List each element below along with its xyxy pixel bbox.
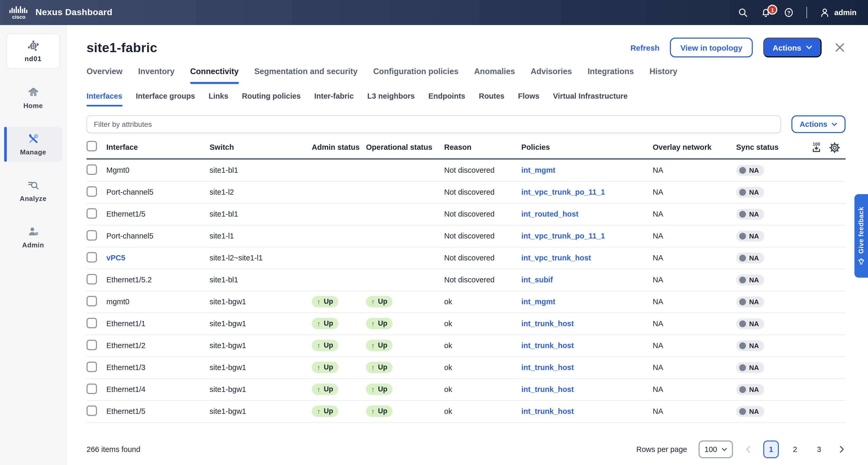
username: admin [834, 8, 857, 17]
tab-segmentation-and-security[interactable]: Segmentation and security [254, 67, 358, 84]
close-icon[interactable] [834, 42, 845, 53]
policy-link[interactable]: int_mgmt [521, 297, 555, 306]
policy-link[interactable]: int_vpc_trunk_po_11_1 [521, 232, 605, 240]
chevron-down-icon [721, 447, 727, 451]
subtab-inter-fabric[interactable]: Inter-fabric [314, 92, 354, 107]
interface-link[interactable]: vPC5 [106, 254, 125, 262]
page-title: site1-fabric [87, 40, 157, 55]
rows-per-page-select[interactable]: 100 [699, 440, 733, 458]
tab-integrations[interactable]: Integrations [588, 67, 634, 84]
policy-link[interactable]: int_vpc_trunk_host [521, 254, 591, 262]
subtab-l3-neighbors[interactable]: L3 neighbors [367, 92, 415, 107]
policy-link[interactable]: int_mgmt [521, 166, 555, 174]
select-all-checkbox[interactable] [87, 141, 97, 151]
prev-page-icon[interactable] [744, 445, 753, 454]
page-1[interactable]: 1 [763, 440, 779, 458]
row-checkbox[interactable] [87, 383, 97, 394]
sidebar-item-home[interactable]: Home [0, 80, 66, 115]
sidebar-item-manage[interactable]: Manage [4, 127, 62, 162]
subtab-virtual-infrastructure[interactable]: Virtual Infrastructure [553, 92, 627, 107]
refresh-button[interactable]: Refresh [630, 43, 659, 52]
page-3[interactable]: 3 [811, 440, 827, 458]
subtab-routes[interactable]: Routes [479, 92, 504, 107]
page-actions-label: Actions [773, 43, 801, 52]
tab-advisories[interactable]: Advisories [531, 67, 572, 84]
row-checkbox[interactable] [87, 405, 97, 416]
page-numbers: 123 [763, 440, 827, 458]
cell-switch: site1-l2 [210, 188, 312, 196]
row-checkbox[interactable] [87, 186, 97, 197]
sidebar-item-admin[interactable]: Admin [0, 220, 66, 255]
column-operational-status[interactable]: Operational status [366, 143, 444, 153]
sub-tabs: InterfacesInterface groupsLinksRouting p… [87, 92, 845, 107]
row-checkbox[interactable] [87, 318, 97, 328]
cell-policy: int_vpc_trunk_host [521, 254, 653, 262]
policy-link[interactable]: int_trunk_host [521, 341, 574, 350]
tab-inventory[interactable]: Inventory [138, 67, 175, 84]
tab-overview[interactable]: Overview [87, 67, 123, 84]
policy-link[interactable]: int_trunk_host [521, 385, 574, 394]
column-settings-icon[interactable] [829, 142, 840, 153]
policy-link[interactable]: int_trunk_host [521, 407, 574, 415]
table-actions-button[interactable]: Actions [792, 115, 845, 133]
tab-configuration-policies[interactable]: Configuration policies [373, 67, 459, 84]
arrow-up-icon: ↑ [317, 364, 320, 371]
subtab-interface-groups[interactable]: Interface groups [136, 92, 195, 107]
filter-input[interactable] [87, 115, 781, 133]
column-policies[interactable]: Policies [521, 143, 653, 153]
svg-text:cisco: cisco [12, 14, 25, 20]
notifications-bell[interactable]: 1 [761, 7, 771, 18]
next-page-icon[interactable] [837, 445, 845, 454]
cell-sync-status: NA [736, 362, 799, 373]
row-checkbox[interactable] [87, 274, 97, 284]
brand-title: Nexus Dashboard [35, 7, 112, 18]
cell-switch: site1-bgw1 [210, 407, 312, 415]
policy-link[interactable]: int_trunk_host [521, 319, 574, 328]
column-interface[interactable]: Interface [106, 143, 210, 153]
give-feedback-tab[interactable]: Give feedback [855, 194, 868, 278]
subtab-flows[interactable]: Flows [518, 92, 539, 107]
analyze-search-icon [27, 179, 39, 192]
row-checkbox[interactable] [87, 296, 97, 306]
row-checkbox[interactable] [87, 208, 97, 219]
tab-anomalies[interactable]: Anomalies [474, 67, 515, 84]
column-reason[interactable]: Reason [444, 143, 521, 153]
cell-reason: Not discovered [444, 275, 521, 284]
subtab-routing-policies[interactable]: Routing policies [242, 92, 301, 107]
subtab-links[interactable]: Links [209, 92, 228, 107]
row-checkbox[interactable] [87, 164, 97, 175]
help-icon[interactable]: ? [784, 7, 794, 18]
cell-switch: site1-l2~site1-l1 [210, 254, 312, 262]
subtab-interfaces[interactable]: Interfaces [87, 92, 122, 107]
policy-link[interactable]: int_routed_host [521, 210, 579, 218]
policy-link[interactable]: int_subif [521, 275, 553, 284]
row-checkbox[interactable] [87, 340, 97, 350]
row-checkbox[interactable] [87, 361, 97, 372]
user-menu[interactable]: admin [820, 7, 857, 18]
sidebar-item-analyze[interactable]: Analyze [0, 173, 66, 208]
row-checkbox[interactable] [87, 230, 97, 240]
column-sync-status[interactable]: Sync status [736, 143, 799, 153]
tab-connectivity[interactable]: Connectivity [190, 67, 239, 84]
cell-switch: site1-bgw1 [210, 363, 312, 372]
cell-policy: int_subif [521, 275, 653, 284]
subtab-endpoints[interactable]: Endpoints [428, 92, 465, 107]
column-admin-status[interactable]: Admin status [312, 143, 366, 153]
cluster-card-nd01[interactable]: nd01 [6, 33, 60, 69]
sync-status-badge: NA [736, 252, 764, 263]
arrow-up-icon: ↑ [371, 408, 375, 415]
column-switch[interactable]: Switch [210, 143, 312, 153]
tab-history[interactable]: History [650, 67, 678, 84]
rows-per-page-label: Rows per page [636, 445, 687, 454]
policy-link[interactable]: int_vpc_trunk_po_11_1 [521, 188, 605, 196]
page-actions-button[interactable]: Actions [763, 37, 822, 57]
export-icon[interactable]: 100 [811, 141, 824, 154]
view-in-topology-button[interactable]: View in topology [670, 37, 753, 57]
page-2[interactable]: 2 [787, 440, 803, 458]
row-checkbox[interactable] [87, 252, 97, 262]
table-row: Port-channel5 site1-l2 Not discovered in… [87, 181, 845, 203]
column-overlay-network[interactable]: Overlay network [653, 143, 736, 153]
cell-admin-status: ↑Up [312, 296, 366, 308]
search-icon[interactable] [738, 7, 748, 18]
policy-link[interactable]: int_trunk_host [521, 363, 574, 372]
